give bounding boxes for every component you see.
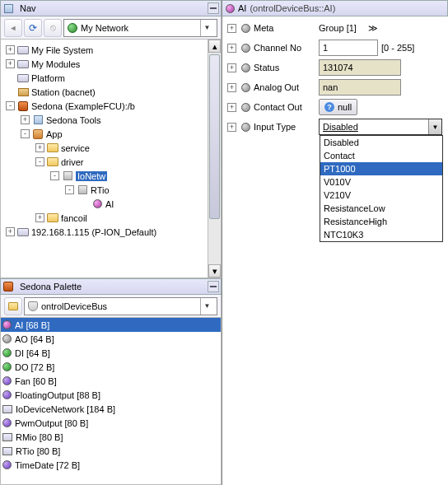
tree-row[interactable]: +service: [2, 141, 219, 155]
fold-icon: [47, 212, 58, 224]
palette-item[interactable]: RTio [80 B]: [1, 444, 221, 458]
nav-stop-button[interactable]: [44, 19, 62, 37]
drive-icon: [17, 44, 29, 56]
dropdown-option[interactable]: NTC10K3: [320, 228, 442, 241]
tree-label: driver: [61, 157, 84, 167]
palette-panel-header: Sedona Palette: [0, 278, 222, 295]
tree-expander[interactable]: +: [35, 143, 44, 152]
propsheet-header-name: AI: [238, 3, 246, 13]
bucket-icon: [28, 301, 38, 311]
dropdown-option[interactable]: V010V: [320, 175, 442, 189]
tree-expander[interactable]: +: [6, 227, 15, 236]
palette-item-label: AO [64 B]: [15, 334, 54, 344]
tree-expander[interactable]: -: [21, 129, 30, 138]
ai-header-icon: [226, 4, 235, 13]
inputtype-dropdown[interactable]: DisabledContactPT1000V010VV210VResistanc…: [320, 135, 443, 242]
tree-expander[interactable]: -: [6, 101, 15, 110]
nav-refresh-button[interactable]: [24, 19, 42, 37]
dropdown-option[interactable]: V210V: [320, 189, 442, 202]
channel-label: Channel No: [254, 43, 301, 53]
fold-icon: [47, 142, 58, 154]
scroll-thumb[interactable]: [209, 54, 220, 219]
nav-tree[interactable]: +My File System+My ModulesPlatformStatio…: [0, 40, 222, 278]
prop-row-channel: + Channel No 1 [0 - 255]: [227, 38, 443, 58]
gray-icon: [2, 334, 12, 343]
scroll-down-button[interactable]: ▾: [208, 264, 221, 277]
palette-item[interactable]: FloatingOutput [88 B]: [1, 388, 221, 402]
palette-item[interactable]: DO [72 B]: [1, 360, 221, 374]
tree-row[interactable]: Platform: [2, 71, 219, 85]
tree-expander[interactable]: -: [35, 157, 44, 166]
nav-minimize-button[interactable]: [208, 2, 219, 14]
palette-combo-arrow[interactable]: [200, 298, 213, 315]
tree-label: AI: [105, 199, 114, 209]
inputtype-icon: [241, 123, 250, 132]
expand-inputtype[interactable]: +: [227, 123, 236, 132]
sq-icon: [2, 447, 12, 455]
palette-item[interactable]: TimeDate [72 B]: [1, 458, 221, 472]
left-pane: Nav My Network +My File System+My Module…: [0, 0, 222, 485]
tree-expander[interactable]: +: [6, 59, 15, 68]
prop-row-inputtype: + Input Type Disabled DisabledContactPT1…: [227, 117, 443, 137]
channel-input[interactable]: 1: [319, 40, 378, 56]
network-combo-arrow[interactable]: [200, 20, 213, 36]
palette-item[interactable]: PwmOutput [80 B]: [1, 416, 221, 430]
palette-list[interactable]: AI [68 B]AO [64 B]DI [64 B]DO [72 B]Fan …: [0, 318, 222, 485]
tree-expander[interactable]: -: [65, 185, 74, 194]
palette-item-label: TimeDate [72 B]: [15, 460, 80, 470]
palette-open-button[interactable]: [4, 297, 22, 315]
dropdown-option[interactable]: Contact: [320, 149, 442, 162]
expand-meta[interactable]: +: [227, 24, 236, 33]
dropdown-option[interactable]: Disabled: [320, 136, 442, 149]
palette-item[interactable]: AI [68 B]: [1, 318, 221, 332]
inputtype-select[interactable]: Disabled DisabledContactPT1000V010VV210V…: [319, 119, 442, 135]
drive-icon: [17, 58, 29, 70]
tree-expander[interactable]: +: [6, 45, 15, 54]
tree-row[interactable]: +fancoil: [2, 211, 219, 225]
palette-minimize-button[interactable]: [208, 281, 219, 292]
palette-item[interactable]: Fan [60 B]: [1, 374, 221, 388]
tree-row[interactable]: Station (bacnet): [2, 85, 219, 99]
tree-label: IoNetw: [76, 171, 107, 181]
tree-expander[interactable]: -: [50, 171, 59, 180]
tree-row[interactable]: -Sedona (ExampleFCU):/b: [2, 99, 219, 113]
palette-item[interactable]: RMio [80 B]: [1, 430, 221, 444]
tree-row[interactable]: AI: [2, 197, 219, 211]
expand-contactout[interactable]: +: [227, 103, 236, 112]
meta-value: Group [1]: [319, 23, 357, 33]
contactout-null-button[interactable]: ?null: [319, 99, 357, 115]
tree-row[interactable]: +Sedona Tools: [2, 113, 219, 127]
network-combo-value: My Network: [81, 23, 197, 33]
tree-row[interactable]: +192.168.1.115 (P-ION_Default): [2, 225, 219, 239]
green-icon: [2, 348, 12, 357]
tree-row[interactable]: -RTio: [2, 183, 219, 197]
tree-expander[interactable]: +: [21, 115, 30, 124]
tree-row[interactable]: +My File System: [2, 43, 219, 57]
tree-label: Sedona (ExampleFCU):/b: [31, 101, 135, 111]
inputtype-arrow[interactable]: [428, 119, 441, 134]
tree-row[interactable]: -driver: [2, 155, 219, 169]
drive-icon: [17, 226, 29, 238]
scroll-up-button[interactable]: ▴: [208, 40, 221, 53]
expand-status[interactable]: +: [227, 63, 236, 72]
tree-row[interactable]: -App: [2, 127, 219, 141]
network-combo[interactable]: My Network: [63, 19, 217, 37]
sed-icon: [17, 100, 29, 112]
palette-combo[interactable]: ontrolDeviceBus: [24, 297, 217, 315]
dropdown-option[interactable]: PT1000: [320, 162, 442, 175]
palette-item[interactable]: AO [64 B]: [1, 332, 221, 346]
dropdown-option[interactable]: ResistanceHigh: [320, 215, 442, 228]
palette-item[interactable]: DI [64 B]: [1, 346, 221, 360]
palette-item[interactable]: IoDeviceNetwork [184 B]: [1, 402, 221, 416]
tree-expander[interactable]: +: [35, 213, 44, 222]
dropdown-option[interactable]: ResistanceLow: [320, 202, 442, 215]
expand-channel[interactable]: +: [227, 44, 236, 53]
tree-row[interactable]: +My Modules: [2, 57, 219, 71]
nav-tree-scrollbar[interactable]: ▴ ▾: [208, 40, 221, 277]
meta-more-button[interactable]: ≫: [368, 23, 378, 34]
expand-analogout[interactable]: +: [227, 83, 236, 92]
nav-back-button[interactable]: [4, 19, 22, 37]
right-pane: AI (ontrolDeviceBus::AI) + Meta Group [1…: [222, 0, 448, 485]
tree-row[interactable]: -IoNetw: [2, 169, 219, 183]
nav-title: Nav: [20, 3, 204, 13]
